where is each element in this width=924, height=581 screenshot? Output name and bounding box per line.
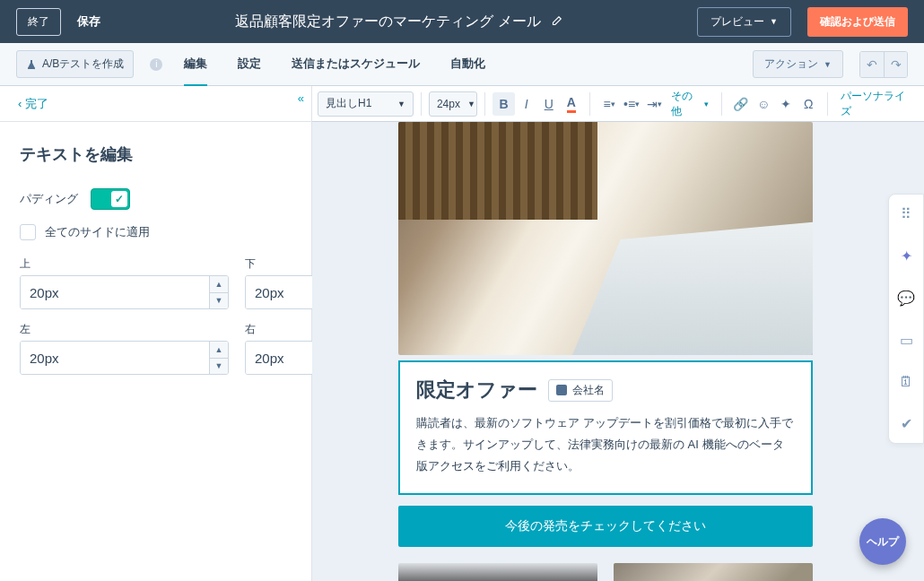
box-icon[interactable]: ▭	[900, 332, 913, 349]
chevron-down-icon: ▼	[467, 100, 475, 108]
main-area: « ‹ 完了 テキストを編集 パディング ✓ 全てのサイドに適用 上	[0, 86, 924, 581]
document-title: 返品顧客限定オファーのマーケティング メール	[117, 13, 681, 31]
chevron-down-icon: ▼	[770, 17, 778, 26]
token-label: 会社名	[572, 383, 605, 398]
cta-button[interactable]: 今後の発売をチェックしてください	[398, 506, 813, 547]
personalize-button[interactable]: パーソナライズ	[835, 89, 919, 119]
hero-image[interactable]	[398, 122, 813, 355]
preview-button[interactable]: プレビュー ▼	[697, 7, 791, 37]
tab-send[interactable]: 送信またはスケジュール	[292, 43, 420, 86]
apply-all-label: 全てのサイドに適用	[45, 224, 150, 240]
help-button[interactable]: ヘルプ	[859, 518, 906, 565]
image-row	[398, 563, 813, 581]
content-heading[interactable]: 限定オファー	[416, 377, 537, 403]
preview-label: プレビュー	[710, 14, 764, 30]
side-panel-title: テキストを編集	[20, 143, 292, 165]
ab-test-label: A/Bテストを作成	[42, 56, 124, 72]
actions-label: アクション	[764, 56, 818, 72]
ai-sparkle-icon[interactable]: ✦	[901, 247, 912, 264]
info-icon[interactable]: i	[150, 58, 162, 71]
token-icon	[556, 385, 567, 395]
collapse-panel-icon[interactable]: «	[298, 91, 304, 105]
padding-left-input[interactable]	[21, 342, 209, 374]
undo-redo-group: ↶ ↷	[859, 51, 908, 78]
save-button[interactable]: 保存	[77, 13, 100, 30]
apply-all-checkbox[interactable]	[20, 224, 36, 240]
done-label: 完了	[25, 97, 48, 110]
stepper-down[interactable]: ▼	[210, 358, 228, 374]
font-size-value: 24px	[437, 98, 460, 110]
content-body[interactable]: 購読者は、最新のソフトウェア アップデートを割引価格で最初に入手できます。サイン…	[416, 412, 795, 477]
document-title-text: 返品顧客限定オファーのマーケティング メール	[235, 13, 540, 31]
done-link[interactable]: ‹ 完了	[18, 97, 48, 110]
padding-label: パディング	[20, 191, 78, 207]
email-stage: 限定オファー 会社名 購読者は、最新のソフトウェア アップデートを割引価格で最初…	[312, 122, 924, 581]
calendar-icon[interactable]: 🗓	[899, 374, 913, 390]
padding-left-label: 左	[20, 322, 229, 337]
check-badge-icon[interactable]: ✔	[901, 415, 912, 432]
align-button[interactable]: ≡▾	[597, 92, 620, 116]
chevron-down-icon: ▼	[397, 100, 405, 108]
font-size-select[interactable]: 24px ▼	[429, 91, 477, 117]
toggle-knob: ✓	[111, 191, 127, 207]
ab-test-button[interactable]: A/Bテストを作成	[16, 50, 134, 78]
personalization-token-icon[interactable]: ✦	[775, 92, 798, 116]
tab-automation[interactable]: 自動化	[450, 43, 485, 86]
right-icon-rail: ⠿ ✦ 💬 ▭ 🗓 ✔	[888, 194, 924, 444]
done-bar: ‹ 完了	[0, 86, 311, 122]
chevron-down-icon: ▼	[824, 60, 832, 69]
more-label: その他	[671, 89, 702, 119]
bullet-list-button[interactable]: •≡▾	[621, 92, 643, 116]
rich-text-toolbar: 見出しH1 ▼ 24px ▼ B I U A ≡▾ •≡▾ ⇥▾ その他▾ 🔗 …	[312, 86, 924, 122]
card-image-2[interactable]	[614, 563, 813, 581]
comment-icon[interactable]: 💬	[897, 290, 915, 307]
selected-text-block[interactable]: 限定オファー 会社名 購読者は、最新のソフトウェア アップデートを割引価格で最初…	[398, 360, 813, 495]
stepper-up[interactable]: ▲	[210, 342, 228, 358]
drag-handle-icon[interactable]: ⠿	[901, 205, 911, 222]
special-char-icon[interactable]: Ω	[798, 92, 820, 116]
padding-toggle[interactable]: ✓	[91, 188, 130, 210]
emoji-icon[interactable]: ☺	[752, 92, 774, 116]
padding-top-label: 上	[20, 256, 229, 272]
italic-button[interactable]: I	[515, 92, 537, 116]
heading-select-value: 見出しH1	[326, 96, 371, 111]
redo-button[interactable]: ↷	[884, 52, 907, 77]
exit-button[interactable]: 終了	[16, 8, 61, 36]
app-header: 終了 保存 返品顧客限定オファーのマーケティング メール プレビュー ▼ 確認お…	[0, 0, 924, 43]
bold-button[interactable]: B	[493, 92, 515, 116]
edit-title-icon[interactable]	[550, 15, 562, 28]
padding-top-input[interactable]	[21, 276, 209, 308]
personalization-token[interactable]: 会社名	[548, 379, 613, 402]
text-color-button[interactable]: A	[560, 92, 582, 116]
secondary-header: A/Bテストを作成 i 編集 設定 送信またはスケジュール 自動化 アクション …	[0, 43, 924, 86]
side-panel: « ‹ 完了 テキストを編集 パディング ✓ 全てのサイドに適用 上	[0, 86, 312, 581]
indent-button[interactable]: ⇥▾	[643, 92, 666, 116]
link-icon[interactable]: 🔗	[729, 92, 752, 116]
undo-button[interactable]: ↶	[860, 52, 884, 77]
card-image-1[interactable]	[398, 563, 597, 581]
more-menu[interactable]: その他▾	[666, 89, 715, 119]
underline-button[interactable]: U	[537, 92, 560, 116]
stepper-down[interactable]: ▼	[210, 292, 228, 308]
main-tabs: 編集 設定 送信またはスケジュール 自動化	[179, 43, 737, 86]
tab-settings[interactable]: 設定	[238, 43, 261, 86]
actions-button[interactable]: アクション ▼	[753, 50, 843, 78]
confirm-send-button[interactable]: 確認および送信	[807, 7, 908, 37]
tab-edit[interactable]: 編集	[184, 43, 207, 87]
stepper-up[interactable]: ▲	[210, 276, 228, 292]
editor-canvas: 見出しH1 ▼ 24px ▼ B I U A ≡▾ •≡▾ ⇥▾ その他▾ 🔗 …	[312, 86, 924, 581]
heading-select[interactable]: 見出しH1 ▼	[318, 91, 414, 117]
